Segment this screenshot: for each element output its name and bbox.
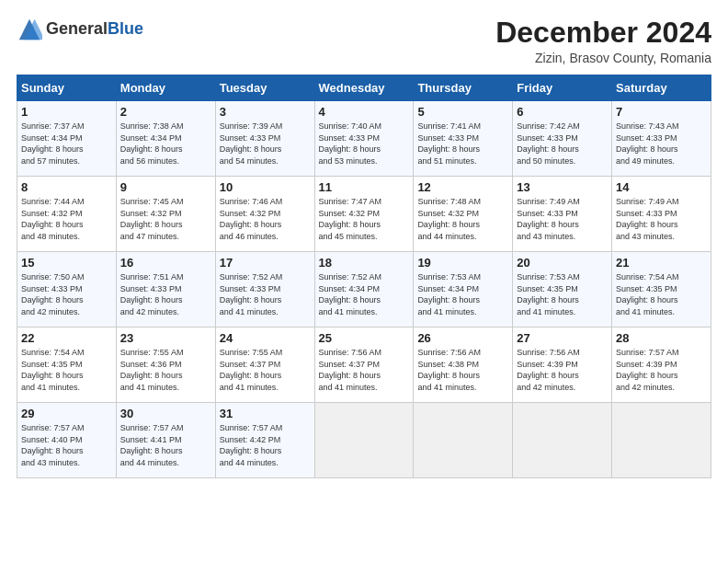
day-info: Sunrise: 7:57 AM Sunset: 4:41 PM Dayligh… (120, 422, 211, 468)
day-number: 11 (319, 180, 410, 194)
day-number: 31 (220, 407, 311, 420)
day-info: Sunrise: 7:43 AM Sunset: 4:33 PM Dayligh… (616, 121, 707, 167)
day-info: Sunrise: 7:52 AM Sunset: 4:34 PM Dayligh… (319, 271, 410, 317)
table-row: 11Sunrise: 7:47 AM Sunset: 4:32 PM Dayli… (314, 177, 414, 252)
month-title: December 2024 (495, 17, 711, 49)
day-info: Sunrise: 7:46 AM Sunset: 4:32 PM Dayligh… (220, 196, 311, 242)
day-number: 15 (21, 256, 112, 270)
day-number: 7 (616, 105, 707, 119)
col-tuesday: Tuesday (215, 75, 314, 101)
day-number: 17 (220, 256, 311, 270)
table-row: 10Sunrise: 7:46 AM Sunset: 4:32 PM Dayli… (215, 177, 314, 252)
day-number: 9 (120, 180, 211, 194)
day-number: 3 (220, 105, 311, 119)
col-monday: Monday (116, 75, 215, 101)
day-info: Sunrise: 7:39 AM Sunset: 4:33 PM Dayligh… (220, 121, 311, 167)
day-info: Sunrise: 7:49 AM Sunset: 4:33 PM Dayligh… (616, 196, 707, 242)
table-row: 12Sunrise: 7:48 AM Sunset: 4:32 PM Dayli… (414, 177, 513, 252)
calendar-week-row: 1Sunrise: 7:37 AM Sunset: 4:34 PM Daylig… (17, 101, 711, 177)
day-number: 8 (21, 180, 112, 194)
location-subtitle: Zizin, Brasov County, Romania (495, 51, 711, 65)
day-number: 14 (616, 180, 707, 194)
day-number: 22 (21, 331, 112, 345)
title-block: December 2024 Zizin, Brasov County, Roma… (495, 17, 711, 65)
day-info: Sunrise: 7:55 AM Sunset: 4:36 PM Dayligh… (120, 347, 211, 393)
day-info: Sunrise: 7:57 AM Sunset: 4:40 PM Dayligh… (21, 422, 112, 468)
col-friday: Friday (513, 75, 612, 101)
table-row (414, 403, 513, 478)
logo: GeneralBlue (17, 17, 143, 42)
day-info: Sunrise: 7:47 AM Sunset: 4:32 PM Dayligh… (319, 196, 410, 242)
day-number: 2 (120, 105, 211, 119)
day-number: 5 (417, 105, 508, 119)
day-number: 28 (616, 331, 707, 345)
col-sunday: Sunday (17, 75, 117, 101)
calendar-page: GeneralBlue December 2024 Zizin, Brasov … (0, 0, 728, 563)
table-row: 8Sunrise: 7:44 AM Sunset: 4:32 PM Daylig… (17, 177, 117, 252)
day-info: Sunrise: 7:50 AM Sunset: 4:33 PM Dayligh… (21, 271, 112, 317)
calendar-week-row: 15Sunrise: 7:50 AM Sunset: 4:33 PM Dayli… (17, 252, 711, 327)
day-number: 4 (319, 105, 410, 119)
table-row: 19Sunrise: 7:53 AM Sunset: 4:34 PM Dayli… (414, 252, 513, 327)
day-info: Sunrise: 7:41 AM Sunset: 4:33 PM Dayligh… (417, 121, 508, 167)
table-row: 17Sunrise: 7:52 AM Sunset: 4:33 PM Dayli… (215, 252, 314, 327)
table-row: 26Sunrise: 7:56 AM Sunset: 4:38 PM Dayli… (414, 327, 513, 403)
day-info: Sunrise: 7:51 AM Sunset: 4:33 PM Dayligh… (120, 271, 211, 317)
day-number: 21 (616, 256, 707, 270)
header: GeneralBlue December 2024 Zizin, Brasov … (17, 17, 711, 65)
table-row: 23Sunrise: 7:55 AM Sunset: 4:36 PM Dayli… (116, 327, 215, 403)
logo-icon (17, 17, 42, 42)
table-row: 5Sunrise: 7:41 AM Sunset: 4:33 PM Daylig… (414, 101, 513, 177)
day-info: Sunrise: 7:38 AM Sunset: 4:34 PM Dayligh… (120, 121, 211, 167)
table-row (513, 403, 612, 478)
day-number: 27 (517, 331, 608, 345)
day-info: Sunrise: 7:52 AM Sunset: 4:33 PM Dayligh… (220, 271, 311, 317)
header-row: Sunday Monday Tuesday Wednesday Thursday… (17, 75, 711, 101)
day-info: Sunrise: 7:42 AM Sunset: 4:33 PM Dayligh… (517, 121, 608, 167)
day-number: 24 (220, 331, 311, 345)
day-info: Sunrise: 7:40 AM Sunset: 4:33 PM Dayligh… (319, 121, 410, 167)
calendar-week-row: 8Sunrise: 7:44 AM Sunset: 4:32 PM Daylig… (17, 177, 711, 252)
table-row: 27Sunrise: 7:56 AM Sunset: 4:39 PM Dayli… (513, 327, 612, 403)
day-info: Sunrise: 7:53 AM Sunset: 4:35 PM Dayligh… (517, 271, 608, 317)
day-number: 13 (517, 180, 608, 194)
day-number: 6 (517, 105, 608, 119)
table-row (612, 403, 711, 478)
table-row: 29Sunrise: 7:57 AM Sunset: 4:40 PM Dayli… (17, 403, 117, 478)
day-number: 12 (417, 180, 508, 194)
table-row: 28Sunrise: 7:57 AM Sunset: 4:39 PM Dayli… (612, 327, 711, 403)
day-info: Sunrise: 7:45 AM Sunset: 4:32 PM Dayligh… (120, 196, 211, 242)
day-info: Sunrise: 7:56 AM Sunset: 4:37 PM Dayligh… (319, 347, 410, 393)
day-info: Sunrise: 7:37 AM Sunset: 4:34 PM Dayligh… (21, 121, 112, 167)
day-number: 23 (120, 331, 211, 345)
day-info: Sunrise: 7:56 AM Sunset: 4:38 PM Dayligh… (417, 347, 508, 393)
day-number: 25 (319, 331, 410, 345)
day-number: 10 (220, 180, 311, 194)
table-row: 14Sunrise: 7:49 AM Sunset: 4:33 PM Dayli… (612, 177, 711, 252)
logo-blue-text: Blue (108, 19, 143, 38)
table-row: 31Sunrise: 7:57 AM Sunset: 4:42 PM Dayli… (215, 403, 314, 478)
table-row: 20Sunrise: 7:53 AM Sunset: 4:35 PM Dayli… (513, 252, 612, 327)
day-info: Sunrise: 7:54 AM Sunset: 4:35 PM Dayligh… (21, 347, 112, 393)
day-number: 19 (417, 256, 508, 270)
table-row: 24Sunrise: 7:55 AM Sunset: 4:37 PM Dayli… (215, 327, 314, 403)
calendar-week-row: 29Sunrise: 7:57 AM Sunset: 4:40 PM Dayli… (17, 403, 711, 478)
table-row: 25Sunrise: 7:56 AM Sunset: 4:37 PM Dayli… (314, 327, 414, 403)
col-saturday: Saturday (612, 75, 711, 101)
day-number: 18 (319, 256, 410, 270)
table-row: 30Sunrise: 7:57 AM Sunset: 4:41 PM Dayli… (116, 403, 215, 478)
table-row: 21Sunrise: 7:54 AM Sunset: 4:35 PM Dayli… (612, 252, 711, 327)
table-row: 18Sunrise: 7:52 AM Sunset: 4:34 PM Dayli… (314, 252, 414, 327)
table-row: 15Sunrise: 7:50 AM Sunset: 4:33 PM Dayli… (17, 252, 117, 327)
col-thursday: Thursday (414, 75, 513, 101)
table-row: 6Sunrise: 7:42 AM Sunset: 4:33 PM Daylig… (513, 101, 612, 177)
day-number: 1 (21, 105, 112, 119)
col-wednesday: Wednesday (314, 75, 414, 101)
day-info: Sunrise: 7:55 AM Sunset: 4:37 PM Dayligh… (220, 347, 311, 393)
day-info: Sunrise: 7:56 AM Sunset: 4:39 PM Dayligh… (517, 347, 608, 393)
day-number: 20 (517, 256, 608, 270)
day-number: 30 (120, 407, 211, 420)
day-info: Sunrise: 7:44 AM Sunset: 4:32 PM Dayligh… (21, 196, 112, 242)
day-info: Sunrise: 7:57 AM Sunset: 4:42 PM Dayligh… (220, 422, 311, 468)
day-number: 16 (120, 256, 211, 270)
